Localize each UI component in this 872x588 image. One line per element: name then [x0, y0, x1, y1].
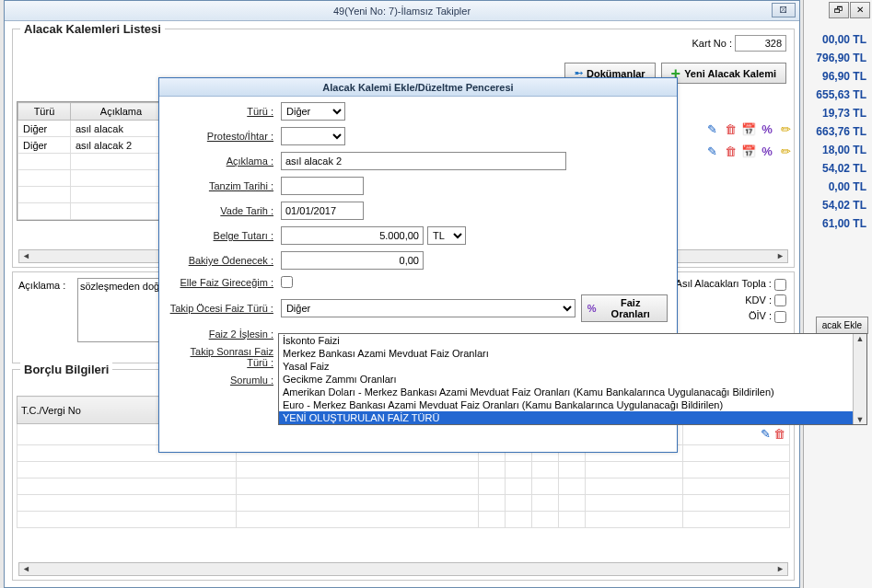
- receivables-grid[interactable]: Türü Açıklama Diğerasıl alacakDiğerasıl …: [17, 101, 173, 221]
- interest-type-dropdown[interactable]: İskonto FaiziMerkez Bankası Azami Mevdua…: [278, 333, 867, 425]
- card-no-field: Kart No :: [692, 35, 786, 52]
- dropdown-option[interactable]: Merkez Bankası Azami Mevduat Faiz Oranla…: [279, 347, 866, 360]
- window-title-bar: 49(Yeni No: 7)-İlamsız Takipler ⛝: [5, 1, 799, 21]
- table-row[interactable]: Diğerasıl alacak 2: [18, 137, 172, 154]
- interest-rates-button[interactable]: %Faiz Oranları: [581, 294, 668, 322]
- dropdown-option[interactable]: Gecikme Zammı Oranları: [279, 373, 866, 386]
- currency-select[interactable]: TL: [427, 226, 466, 245]
- col-desc: Açıklama: [70, 103, 171, 121]
- bakiye-label: Bakiye Ödenecek :: [169, 255, 281, 266]
- protesto-select[interactable]: [281, 127, 345, 145]
- table-row: [17, 512, 790, 528]
- calendar-icon[interactable]: 📅: [740, 144, 757, 160]
- percent-icon[interactable]: %: [759, 121, 775, 138]
- pre-interest-type-select[interactable]: Diğer: [281, 299, 576, 317]
- dropdown-option[interactable]: Yasal Faiz: [279, 360, 866, 373]
- amount-display: 18,00 TL: [816, 144, 866, 156]
- percent-icon: %: [587, 303, 597, 314]
- tanzim-label: Tanzim Tarihi :: [169, 180, 281, 191]
- row-action-icons: ✎ 🗑 📅 % ✏ ✎ 🗑 📅 % ✏: [703, 121, 794, 166]
- table-row: [18, 154, 172, 170]
- desc-label: Açıklama :: [169, 156, 281, 167]
- dialog-title: Alacak Kalemi Ekle/Düzeltme Penceresi: [159, 78, 677, 97]
- amount-display: 54,02 TL: [816, 199, 866, 212]
- belge-input[interactable]: [281, 226, 424, 245]
- card-no-input[interactable]: [735, 35, 786, 52]
- new-receivable-button[interactable]: +Yeni Alacak Kalemi: [661, 63, 786, 84]
- percent-icon[interactable]: %: [759, 144, 775, 160]
- amount-display: 00,00 TL: [816, 33, 866, 46]
- dropdown-scrollbar[interactable]: ▲▼: [853, 334, 866, 424]
- desc-input[interactable]: [281, 152, 566, 170]
- col-type: Türü: [18, 103, 71, 121]
- table-row: [18, 187, 172, 203]
- debtor-heading: Borçlu Bilgileri: [20, 363, 112, 376]
- table-row: [17, 495, 790, 512]
- alacak-ekle-button[interactable]: acak Ekle: [816, 317, 868, 334]
- manual-interest-checkbox[interactable]: [281, 276, 293, 288]
- dropdown-option[interactable]: İskonto Faizi: [279, 334, 866, 347]
- amount-display: 0,00 TL: [816, 180, 866, 193]
- faiz2-label: Faiz 2 İşlesin :: [169, 329, 281, 340]
- tanzim-input[interactable]: [281, 177, 364, 195]
- kdv-checkbox[interactable]: [774, 294, 786, 306]
- dropdown-option[interactable]: Euro - Merkez Bankası Azami Mevduat Faiz…: [279, 398, 866, 411]
- bg-close-icon[interactable]: ✕: [850, 2, 870, 18]
- amount-display: 19,73 TL: [816, 107, 866, 120]
- kdv-label: KDV :: [745, 294, 772, 306]
- bakiye-input[interactable]: [281, 251, 424, 270]
- protesto-label: Protesto/İhtar :: [169, 131, 281, 142]
- h-scrollbar[interactable]: ◄►: [18, 562, 788, 576]
- amount-display: 61,00 TL: [816, 217, 866, 230]
- vade-input[interactable]: [281, 202, 364, 220]
- table-row: [17, 462, 790, 478]
- table-row: [18, 203, 172, 220]
- receivables-heading: Alacak Kalemleri Listesi: [20, 22, 165, 36]
- type-label: Türü :: [169, 106, 281, 117]
- amount-display: 96,90 TL: [816, 70, 866, 83]
- card-no-label: Kart No :: [692, 38, 732, 49]
- dropdown-option[interactable]: Amerikan Doları - Merkez Bankası Azami M…: [279, 386, 866, 398]
- edit-icon[interactable]: ✎: [703, 144, 720, 160]
- oiv-label: ÖİV :: [749, 310, 772, 321]
- oiv-checkbox[interactable]: [774, 311, 786, 323]
- type-select[interactable]: Diğer: [281, 102, 345, 121]
- background-window: 🗗 ✕ 00,00 TL796,90 TL96,90 TL655,63 TL19…: [803, 0, 872, 588]
- edit-icon[interactable]: ✎: [703, 121, 720, 138]
- amount-display: 796,90 TL: [816, 52, 866, 64]
- sum-principals-label: de Asıl Alacakları Topla :: [662, 278, 772, 289]
- amount-display: 54,02 TL: [816, 162, 866, 175]
- amount-display: 663,76 TL: [816, 125, 866, 138]
- window-close-icon[interactable]: ⛝: [772, 3, 796, 17]
- responsible-label: Sorumlu :: [169, 375, 281, 386]
- edit-icon[interactable]: ✎: [761, 427, 771, 441]
- highlighter-icon[interactable]: ✏: [777, 144, 794, 160]
- table-row[interactable]: Diğerasıl alacak: [18, 121, 172, 137]
- delete-icon[interactable]: 🗑: [722, 144, 738, 160]
- vade-label: Vade Tarih :: [169, 205, 281, 216]
- calendar-icon[interactable]: 📅: [740, 121, 757, 138]
- highlighter-icon[interactable]: ✏: [777, 121, 794, 138]
- belge-label: Belge Tutarı :: [169, 230, 281, 241]
- manual-interest-label: Elle Faiz Gireceğim :: [169, 277, 281, 288]
- delete-icon[interactable]: 🗑: [773, 427, 785, 441]
- bg-restore-icon[interactable]: 🗗: [829, 2, 849, 18]
- sum-principals-checkbox[interactable]: [774, 279, 786, 291]
- table-row: [17, 478, 790, 495]
- delete-icon[interactable]: 🗑: [722, 121, 738, 138]
- dropdown-option[interactable]: YENİ OLUŞTURULAN FAİZ TÜRÜ: [279, 411, 866, 424]
- window-title: 49(Yeni No: 7)-İlamsız Takipler: [333, 6, 471, 17]
- amount-display: 655,63 TL: [816, 88, 866, 101]
- post-interest-type-label: Takip Sonrası Faiz Türü :: [169, 346, 281, 368]
- description-label: Açıklama :: [18, 280, 65, 291]
- table-row: [18, 170, 172, 187]
- pre-interest-type-label: Takip Öcesi Faiz Türü :: [169, 303, 281, 314]
